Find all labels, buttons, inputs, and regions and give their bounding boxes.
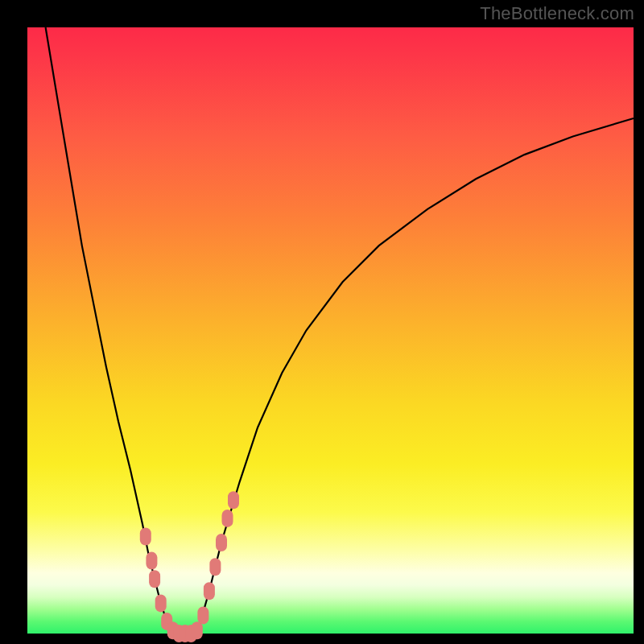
data-marker — [204, 582, 215, 600]
data-marker — [149, 570, 160, 588]
data-marker — [209, 558, 221, 576]
data-marker — [140, 528, 151, 546]
data-marker — [155, 594, 167, 612]
curve-layer — [27, 27, 634, 634]
data-marker — [146, 552, 157, 570]
chart-frame: TheBottleneck.com — [0, 0, 644, 644]
curve-right-branch — [197, 118, 634, 634]
data-marker — [197, 606, 208, 624]
data-marker — [228, 491, 239, 509]
curve-left-branch — [46, 27, 173, 634]
watermark-text: TheBottleneck.com — [480, 3, 634, 24]
data-marker — [216, 534, 227, 551]
data-marker — [222, 510, 233, 527]
data-marker — [192, 621, 203, 639]
marker-group — [140, 491, 239, 642]
plot-area — [27, 27, 634, 634]
